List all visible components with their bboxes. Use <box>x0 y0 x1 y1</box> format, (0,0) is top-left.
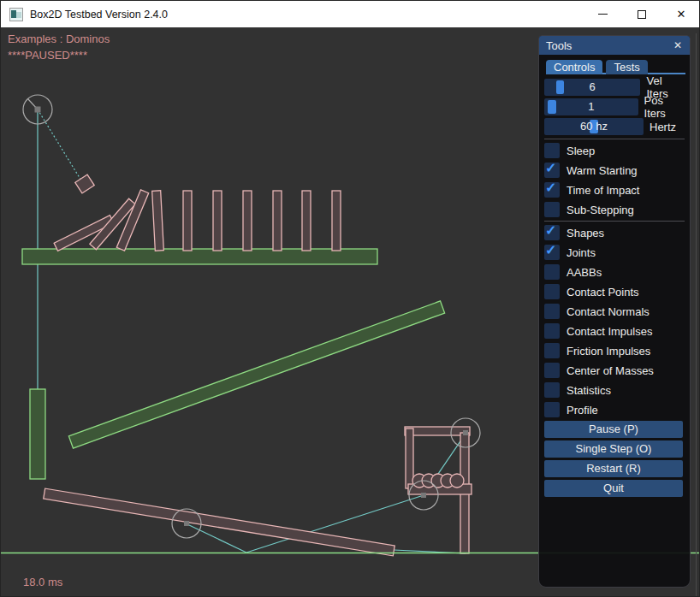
checkbox-box: ✓ <box>544 304 560 319</box>
dominoes[interactable] <box>54 190 341 251</box>
domino-standing <box>213 191 222 251</box>
checkmark-icon: ✓ <box>545 160 556 176</box>
minimize-icon <box>598 14 608 15</box>
green-platform <box>22 249 377 264</box>
separator <box>544 139 685 139</box>
checkbox-label: AABBs <box>567 266 602 279</box>
checkbox-label: Profile <box>567 404 598 417</box>
pos-iters-slider[interactable]: 1 <box>544 98 638 115</box>
close-icon: ✕ <box>677 9 686 20</box>
slider-value: 1 <box>544 98 638 115</box>
ball <box>450 474 464 488</box>
checkbox-box: ✓ <box>544 163 560 178</box>
domino-standing <box>332 191 341 251</box>
single-step-button[interactable]: Single Step (O) <box>544 440 683 458</box>
app-window: Box2D Testbed Version 2.4.0 ✕ <box>0 0 700 597</box>
close-button[interactable]: ✕ <box>661 1 700 27</box>
checkbox-box: ✓ <box>544 245 560 260</box>
pause-button[interactable]: Pause (P) <box>544 421 683 438</box>
checkbox-box: ✓ <box>544 382 560 398</box>
minimize-button[interactable] <box>583 1 622 27</box>
tools-panel-title: Tools <box>546 39 572 52</box>
checkmark-icon: ✓ <box>545 222 556 239</box>
slider-group: 6 Vel Iters 1 Pos Iters 60 hz Hertz <box>544 79 685 138</box>
window-title: Box2D Testbed Version 2.4.0 <box>30 9 168 21</box>
draw-checkbox-group: ✓ Shapes ✓ Joints ✓ AABBs ✓ Contact Poin… <box>544 225 685 422</box>
checkbox-profile[interactable]: ✓ Profile <box>544 402 685 417</box>
checkbox-friction-impulses[interactable]: ✓ Friction Impulses <box>544 343 685 358</box>
maximize-icon <box>638 10 646 19</box>
maximize-button[interactable] <box>622 1 661 27</box>
hertz-slider[interactable]: 60 hz <box>544 118 644 135</box>
tab-tests[interactable]: Tests <box>606 60 647 74</box>
slider-label: Hertz <box>650 121 676 133</box>
panel-button-group: Pause (P) Single Step (O) Restart (R) Qu… <box>544 421 683 499</box>
checkbox-contact-normals[interactable]: ✓ Contact Normals <box>544 304 685 319</box>
green-vertical-block <box>30 389 45 479</box>
paused-label: ****PAUSED**** <box>8 49 87 62</box>
checkbox-statistics[interactable]: ✓ Statistics <box>544 382 685 398</box>
checkbox-shapes[interactable]: ✓ Shapes <box>544 225 685 240</box>
slider-row-vel-iters: 6 Vel Iters <box>544 79 685 96</box>
static-bodies <box>22 249 445 479</box>
checkbox-label: Contact Impulses <box>567 325 652 338</box>
checkbox-label: Contact Normals <box>567 305 650 318</box>
domino-standing <box>243 191 252 251</box>
separator <box>544 221 685 222</box>
vel-iters-slider[interactable]: 6 <box>544 79 640 96</box>
checkbox-time-of-impact[interactable]: ✓ Time of Impact <box>544 182 685 198</box>
restart-button[interactable]: Restart (R) <box>544 460 683 477</box>
checkbox-box: ✓ <box>544 323 560 339</box>
checkbox-contact-points[interactable]: ✓ Contact Points <box>544 284 685 299</box>
domino-standing <box>183 191 192 251</box>
checkbox-warm-starting[interactable]: ✓ Warm Starting <box>544 163 685 178</box>
checkbox-box: ✓ <box>544 225 560 240</box>
checkbox-aabbs[interactable]: ✓ AABBs <box>544 264 685 280</box>
checkbox-box: ✓ <box>544 402 560 417</box>
domino-standing <box>273 191 282 251</box>
tools-close-button[interactable]: ✕ <box>671 38 685 52</box>
checkmark-icon: ✓ <box>545 242 556 258</box>
domino-leaning <box>152 191 164 251</box>
checkbox-sub-stepping[interactable]: ✓ Sub-Stepping <box>544 202 685 217</box>
checkmark-icon: ✓ <box>545 180 556 196</box>
example-label: Examples : Dominos <box>8 33 110 45</box>
slider-row-hertz: 60 hz Hertz <box>544 118 685 135</box>
checkbox-label: Statistics <box>567 384 611 397</box>
joint-pendulum-line <box>38 109 84 185</box>
domino-standing <box>302 191 311 251</box>
pendulum-bob[interactable] <box>75 174 94 193</box>
checkbox-sleep[interactable]: ✓ Sleep <box>544 143 685 158</box>
tab-controls[interactable]: Controls <box>546 60 602 74</box>
checkbox-label: Time of Impact <box>567 184 639 197</box>
tools-panel-titlebar[interactable]: Tools ✕ <box>539 36 690 55</box>
tab-bar: Controls Tests <box>546 60 685 74</box>
checkbox-box: ✓ <box>544 202 560 217</box>
frame-structure <box>405 427 472 553</box>
checkbox-box: ✓ <box>544 143 560 158</box>
checkbox-label: Sub-Stepping <box>567 204 634 216</box>
checkbox-label: Contact Points <box>567 286 639 298</box>
checkbox-label: Friction Impulses <box>567 345 650 358</box>
checkbox-box: ✓ <box>544 182 560 198</box>
checkbox-label: Center of Masses <box>567 364 654 377</box>
solver-checkbox-group: ✓ Sleep ✓ Warm Starting ✓ Time of Impact… <box>544 143 685 222</box>
slider-row-pos-iters: 1 Pos Iters <box>544 98 685 115</box>
app-icon <box>9 8 23 21</box>
checkbox-box: ✓ <box>544 264 560 280</box>
frame-time-label: 18.0 ms <box>23 576 62 588</box>
checkbox-label: Sleep <box>567 145 595 157</box>
joint-lines <box>38 109 466 553</box>
checkbox-joints[interactable]: ✓ Joints <box>544 245 685 260</box>
checkbox-box: ✓ <box>544 284 560 299</box>
canvas-right-edge <box>696 33 697 597</box>
green-ramp <box>68 301 444 448</box>
quit-button[interactable]: Quit <box>544 480 683 497</box>
checkbox-contact-impulses[interactable]: ✓ Contact Impulses <box>544 323 685 339</box>
tilted-plank[interactable] <box>44 488 394 556</box>
checkbox-box: ✓ <box>544 343 560 358</box>
checkbox-center-of-masses[interactable]: ✓ Center of Masses <box>544 363 685 378</box>
close-icon: ✕ <box>673 39 682 51</box>
window-titlebar: Box2D Testbed Version 2.4.0 ✕ <box>1 1 700 27</box>
slider-value: 6 <box>544 79 640 96</box>
